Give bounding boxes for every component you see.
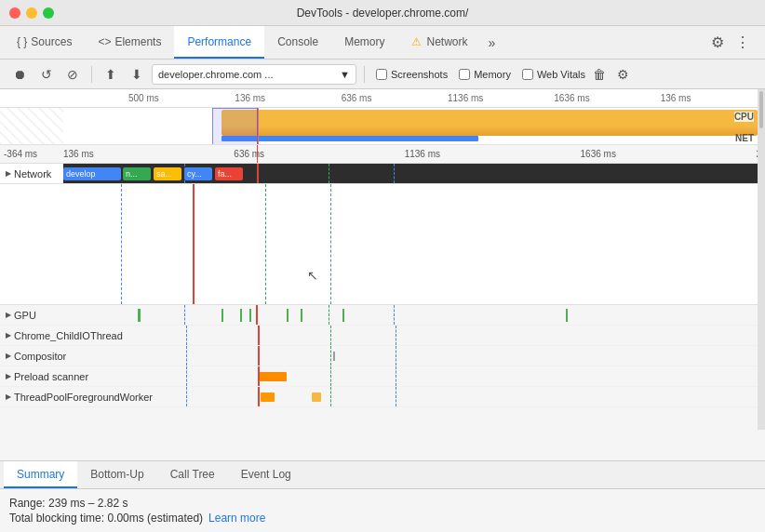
tl-1136ms: 1136 ms xyxy=(446,93,552,103)
tab-sources[interactable]: { } Sources xyxy=(4,26,85,59)
range-line: Range: 239 ms – 2.82 s xyxy=(9,497,756,510)
preload-bar xyxy=(259,372,287,381)
tab-console[interactable]: Console xyxy=(264,26,331,59)
compositor-expand-arrow[interactable]: ▶ xyxy=(6,352,11,360)
tl-1636ms: 1636 ms xyxy=(552,93,658,103)
tp-bar-2 xyxy=(312,392,321,402)
memory-checkbox-label[interactable]: Memory xyxy=(459,69,511,80)
dv-pre-2 xyxy=(330,366,331,386)
tl-500ms: 500 ms xyxy=(127,93,233,103)
gpu-tick-5 xyxy=(287,309,289,322)
preload-content xyxy=(130,366,765,386)
tab-summary[interactable]: Summary xyxy=(4,461,77,488)
url-dropdown-icon[interactable]: ▼ xyxy=(340,69,350,80)
vline-red xyxy=(257,164,259,183)
more-tabs-button[interactable]: » xyxy=(481,26,503,59)
net-pill-cy: cy... xyxy=(184,167,212,180)
web-vitals-checkbox-label[interactable]: Web Vitals xyxy=(522,69,585,80)
memory-checkbox[interactable] xyxy=(459,69,470,80)
net-pill-fa: fa... xyxy=(215,167,243,180)
dv-gpu-3 xyxy=(394,305,395,325)
tab-memory[interactable]: Memory xyxy=(331,26,397,59)
net-pill-n: n... xyxy=(123,167,151,180)
more-options-button[interactable]: ⋮ xyxy=(731,30,754,55)
gpu-expand-arrow[interactable]: ▶ xyxy=(6,311,11,319)
minimize-button[interactable] xyxy=(26,7,37,19)
window-title: DevTools - developer.chrome.com/ xyxy=(297,7,469,20)
dv-cc-3 xyxy=(396,326,396,345)
network-row[interactable]: ▶ Network develop n... sa... xyxy=(0,164,765,184)
preload-row[interactable]: ▶ Preload scanner xyxy=(0,366,765,387)
dv-tp-3 xyxy=(396,387,396,406)
chrome-child-label[interactable]: ▶ Chrome_ChildIOThread xyxy=(0,330,130,341)
net-pill-develop: develop xyxy=(63,167,121,180)
chrome-child-expand-arrow[interactable]: ▶ xyxy=(6,331,11,339)
cpu-overview-bar[interactable]: CPU NET xyxy=(0,108,765,145)
clear-button[interactable]: 🗑 xyxy=(589,65,610,84)
dv-comp-3 xyxy=(396,346,396,366)
dv-cc-1 xyxy=(186,326,187,345)
capture-settings-button[interactable]: ⚙ xyxy=(613,65,633,84)
network-expand-arrow[interactable]: ▶ xyxy=(6,169,11,178)
dv2 xyxy=(265,184,266,304)
tab-elements[interactable]: <> Elements xyxy=(85,26,174,59)
network-row-label[interactable]: ▶ Network xyxy=(0,168,63,180)
separator-2 xyxy=(364,66,365,83)
gpu-tick-7 xyxy=(342,309,344,322)
tab-network[interactable]: ⚠ Network xyxy=(398,26,481,59)
learn-more-link[interactable]: Learn more xyxy=(208,512,265,525)
time-1136: 1136 ms xyxy=(405,149,440,159)
compositor-label[interactable]: ▶ Compositor xyxy=(0,351,130,362)
checkbox-group: Screenshots Memory Web Vitals xyxy=(376,69,585,80)
bottom-panel: Summary Bottom-Up Call Tree Event Log Ra… xyxy=(0,460,765,532)
chrome-child-row[interactable]: ▶ Chrome_ChildIOThread xyxy=(0,326,765,346)
window-controls[interactable] xyxy=(9,7,54,19)
threadpool-content xyxy=(168,387,765,406)
preload-expand-arrow[interactable]: ▶ xyxy=(6,372,11,380)
refresh-button[interactable]: ↺ xyxy=(35,65,58,84)
preload-label[interactable]: ▶ Preload scanner xyxy=(0,371,130,382)
tl-end: 136 ms xyxy=(659,93,765,103)
dv-tp-2 xyxy=(330,387,331,406)
dashed-line-1 xyxy=(184,164,185,183)
compositor-row[interactable]: ▶ Compositor xyxy=(0,346,765,366)
dv-comp-red xyxy=(258,346,260,366)
compositor-content xyxy=(130,346,765,366)
record-button[interactable]: ⏺ xyxy=(7,65,32,84)
tab-bottom-up[interactable]: Bottom-Up xyxy=(77,461,156,488)
time-marks: 136 ms 636 ms 1136 ms 1636 ms 2 xyxy=(63,149,765,159)
url-display: developer.chrome.com ... ▼ xyxy=(152,64,356,85)
dv-comp-2 xyxy=(330,346,331,366)
tab-elements-icon: <> xyxy=(98,35,111,48)
upload-button[interactable]: ⬆ xyxy=(100,65,122,84)
threadpool-label[interactable]: ▶ ThreadPoolForegroundWorker xyxy=(0,392,168,403)
dv-red xyxy=(193,184,195,304)
screenshots-checkbox[interactable] xyxy=(376,69,387,80)
tab-call-tree[interactable]: Call Tree xyxy=(157,461,228,488)
time-1636: 1636 ms xyxy=(581,149,616,159)
gpu-row[interactable]: ▶ GPU xyxy=(0,305,765,326)
time-row: -364 ms 136 ms 636 ms 1136 ms 1636 ms 2 xyxy=(0,145,765,164)
download-button[interactable]: ⬇ xyxy=(126,65,148,84)
maximize-button[interactable] xyxy=(43,7,54,19)
threadpool-row[interactable]: ▶ ThreadPoolForegroundWorker xyxy=(0,387,765,407)
minimap-area[interactable]: CPU NET xyxy=(63,108,758,145)
stop-button[interactable]: ⊘ xyxy=(61,65,84,84)
vertical-scrollbar[interactable] xyxy=(758,89,765,430)
threadpool-expand-arrow[interactable]: ▶ xyxy=(6,392,11,401)
web-vitals-checkbox[interactable] xyxy=(522,69,533,80)
tab-performance[interactable]: Performance xyxy=(174,26,264,59)
settings-icon-button[interactable]: ⚙ xyxy=(707,30,728,55)
gpu-row-label[interactable]: ▶ GPU xyxy=(0,310,63,321)
scrollbar-thumb[interactable] xyxy=(759,91,763,128)
tl-136ms: 136 ms xyxy=(233,93,339,103)
screenshots-checkbox-label[interactable]: Screenshots xyxy=(376,69,448,80)
time-136: 136 ms xyxy=(63,149,94,159)
tab-event-log[interactable]: Event Log xyxy=(228,461,304,488)
main-thread-area: ↖ xyxy=(0,184,765,305)
blocking-time-line: Total blocking time: 0.00ms (estimated) … xyxy=(9,512,756,525)
close-button[interactable] xyxy=(9,7,20,19)
net-pill-sa: sa... xyxy=(154,167,181,180)
gpu-tick-8 xyxy=(566,309,568,322)
net-label: NET xyxy=(735,133,754,143)
